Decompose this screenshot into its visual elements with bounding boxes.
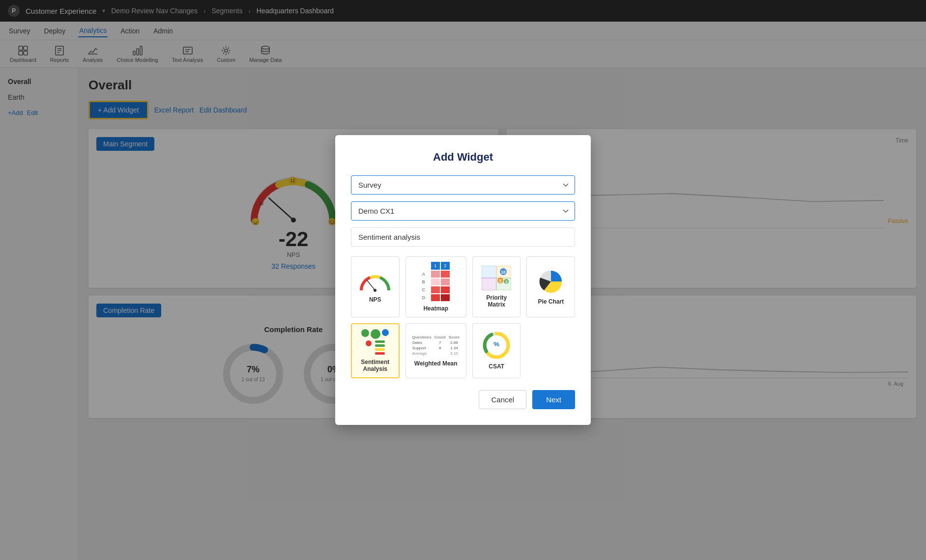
widget-option-nps[interactable]: NPS xyxy=(351,256,400,317)
demo-dropdown[interactable]: Demo CX1 xyxy=(351,201,575,221)
svg-text:10: 10 xyxy=(501,270,506,275)
svg-text:3: 3 xyxy=(505,280,508,284)
widget-option-sentiment[interactable]: Sentiment Analysis xyxy=(351,323,400,378)
widget-option-heatmap[interactable]: 12 A B C D Heatmap xyxy=(405,256,466,317)
heatmap-preview: 12 A B C D xyxy=(422,262,450,301)
pie-chart-preview xyxy=(538,269,564,294)
widget-type-grid: NPS 12 A B C D Heatmap xyxy=(351,256,575,378)
svg-text:5: 5 xyxy=(499,279,502,283)
add-widget-modal: Add Widget Survey Demo CX1 NPS xyxy=(335,135,591,425)
priority-matrix-preview: 10 5 3 xyxy=(482,266,511,290)
csat-preview: % xyxy=(483,332,510,359)
modal-overlay[interactable]: Add Widget Survey Demo CX1 NPS xyxy=(0,0,926,560)
nps-option-label: NPS xyxy=(369,296,381,303)
sentiment-option-label: Sentiment Analysis xyxy=(357,359,394,372)
svg-line-27 xyxy=(367,280,375,290)
priority-matrix-option-label: Priority Matrix xyxy=(478,294,516,308)
survey-dropdown[interactable]: Survey xyxy=(351,175,575,195)
svg-rect-30 xyxy=(482,278,496,290)
csat-option-label: CSAT xyxy=(489,363,504,370)
svg-text:%: % xyxy=(493,340,499,348)
weighted-mean-option-label: Weighted Mean xyxy=(414,360,458,367)
widget-option-weighted-mean[interactable]: QuestionsCountScore Sales72.86 Support81… xyxy=(405,323,466,378)
modal-actions: Cancel Next xyxy=(351,390,575,409)
widget-option-priority-matrix[interactable]: 10 5 3 Priority Matrix xyxy=(472,256,521,317)
next-button[interactable]: Next xyxy=(532,390,575,409)
sentiment-preview xyxy=(360,329,390,355)
svg-rect-28 xyxy=(482,266,496,278)
widget-option-pie-chart[interactable]: Pie Chart xyxy=(526,256,575,317)
widget-option-csat[interactable]: % CSAT xyxy=(472,323,521,378)
nps-preview-icon xyxy=(359,271,391,292)
weighted-mean-preview: QuestionsCountScore Sales72.86 Support81… xyxy=(411,335,461,356)
heatmap-option-label: Heatmap xyxy=(423,305,448,312)
modal-title: Add Widget xyxy=(351,151,575,164)
widget-name-input[interactable] xyxy=(351,227,575,247)
pie-chart-option-label: Pie Chart xyxy=(538,298,564,305)
cancel-button[interactable]: Cancel xyxy=(479,390,526,409)
